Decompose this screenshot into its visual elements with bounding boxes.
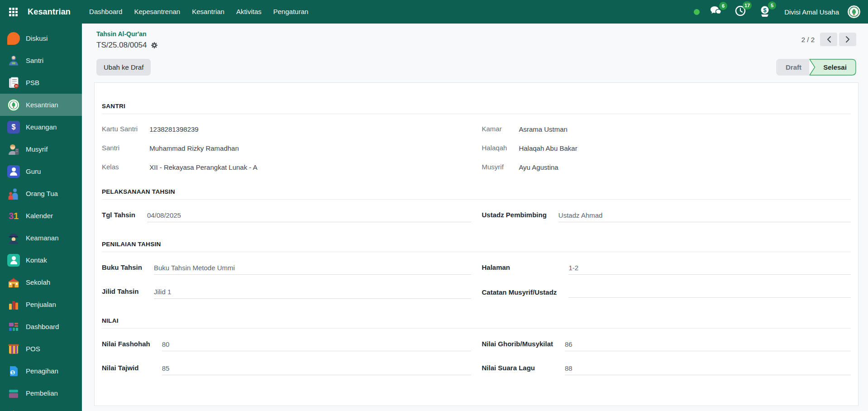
field-label-ustadz-pembimbing: Ustadz Pembimbing: [482, 210, 558, 234]
next-record-button[interactable]: [839, 33, 856, 46]
sidebar-item-diskusi[interactable]: Diskusi: [0, 27, 82, 49]
section-title: NILAI: [102, 317, 851, 329]
status-step-draft[interactable]: Draft: [776, 59, 809, 76]
top-navigation: Dashboard Kepesantrenan Kesantrian Aktiv…: [83, 0, 314, 24]
sidebar-item-psb[interactable]: PSB: [0, 72, 82, 94]
invoicing-icon: $: [7, 365, 20, 378]
buku-tahsin-input[interactable]: Buku Tahsin Metode Ummi: [154, 263, 471, 275]
field-label-kartu-santri: Kartu Santri: [102, 125, 149, 144]
sidebar-item-label: Penagihan: [26, 367, 58, 375]
sidebar-item-label: Pembelian: [26, 389, 58, 397]
sidebar-item-label: Orang Tua: [26, 190, 58, 197]
sidebar-item-penjualan[interactable]: Penjualan: [0, 293, 82, 315]
sidebar-item-label: Guru: [26, 167, 41, 175]
sidebar-item-keuangan[interactable]: Keuangan: [0, 116, 82, 138]
sidebar-item-keamanan[interactable]: Keamanan: [0, 227, 82, 249]
pager-value[interactable]: 2 / 2: [801, 36, 815, 43]
nilai-tajwid-input[interactable]: 85: [162, 363, 471, 375]
avatar[interactable]: [847, 5, 861, 19]
breadcrumb-parent-link[interactable]: Tahsin Al-Qur'an: [96, 30, 158, 38]
statusbar: Draft Selesai: [776, 59, 856, 76]
sidebar-item-label: Dashboard: [26, 323, 59, 330]
sidebar-item-label: Musyrif: [26, 145, 48, 153]
nilai-ghorib-musykilat-input[interactable]: 86: [565, 339, 851, 351]
kamar-value: Asrama Ustman: [519, 125, 851, 144]
money-icon: $: [759, 11, 771, 19]
apps-grid-icon[interactable]: [9, 8, 18, 16]
sidebar-item-label: Penjualan: [26, 301, 56, 308]
field-label-santri: Santri: [102, 144, 149, 163]
status-step-selesai[interactable]: Selesai: [809, 59, 856, 76]
gear-icon[interactable]: [151, 42, 158, 49]
halaqah-value: Halaqah Abu Bakar: [519, 144, 851, 163]
teacher-icon: [7, 165, 20, 178]
sidebar-item-label: Kalender: [26, 212, 53, 220]
musyrif-value: Ayu Agustina: [519, 163, 851, 182]
sidebar-item-label: PSB: [26, 79, 39, 86]
sidebar-item-kesantrian[interactable]: Kesantrian: [0, 94, 82, 116]
main-content: Tahsin Al-Qur'an TS/25.08/0054: [82, 24, 868, 411]
control-panel: Tahsin Al-Qur'an TS/25.08/0054: [82, 24, 868, 51]
field-label-buku-tahsin: Buku Tahsin: [102, 263, 154, 287]
previous-record-button[interactable]: [820, 33, 837, 46]
sidebar: Diskusi Santri PSB Kesantrian Keuangan: [0, 24, 82, 411]
halaman-input[interactable]: 1-2: [568, 263, 851, 275]
nilai-suara-lagu-input[interactable]: 88: [565, 363, 851, 375]
sidebar-item-kontak[interactable]: Kontak: [0, 249, 82, 271]
sidebar-item-santri[interactable]: Santri: [0, 49, 82, 72]
tgl-tahsin-input[interactable]: 04/08/2025: [147, 210, 471, 222]
clock-icon: [734, 10, 746, 18]
section-nilai: NILAI Nilai Fashohah 80 Nilai Tajwid 85: [102, 317, 851, 387]
chat-bubble-icon: [710, 10, 722, 18]
field-label-nilai-tajwid: Nilai Tajwid: [102, 363, 162, 387]
field-label-musyrif: Musyrif: [482, 163, 519, 182]
finance-badge: 5: [768, 1, 776, 10]
topnav-pengaturan[interactable]: Pengaturan: [267, 0, 315, 24]
calendar-icon: [7, 210, 20, 222]
sidebar-item-guru[interactable]: Guru: [0, 160, 82, 182]
topnav-dashboard[interactable]: Dashboard: [83, 0, 128, 24]
purchase-icon: [7, 387, 20, 400]
sidebar-item-penagihan[interactable]: $ Penagihan: [0, 360, 82, 382]
santri-value: Muhammad Rizky Ramadhan: [149, 144, 471, 163]
sidebar-item-musyrif[interactable]: Musyrif: [0, 138, 82, 160]
sales-icon: [7, 298, 20, 311]
field-label-nilai-ghorib: Nilai Ghorib/Musykilat: [482, 339, 565, 363]
ustadz-pembimbing-input[interactable]: Ustadz Ahmad: [558, 210, 851, 222]
sidebar-item-dashboard[interactable]: Dashboard: [0, 315, 82, 338]
sidebar-item-label: Kesantrian: [26, 101, 58, 109]
field-label-nilai-suara-lagu: Nilai Suara Lagu: [482, 363, 565, 387]
company-menu[interactable]: Divisi Amal Usaha: [784, 8, 839, 16]
pager: 2 / 2: [801, 30, 856, 46]
svg-text:$: $: [11, 370, 14, 375]
sidebar-item-stok-persediaan[interactable]: Stok Persediaan: [0, 404, 82, 411]
finance-tray-button[interactable]: $ 5: [756, 3, 773, 21]
sidebar-item-kalender[interactable]: Kalender: [0, 205, 82, 227]
sidebar-item-pos[interactable]: POS: [0, 338, 82, 360]
record-name: TS/25.08/0054: [96, 40, 147, 51]
app-title: Kesantrian: [28, 7, 71, 17]
form-sheet: SANTRI Kartu Santri 1238281398239 Santri…: [94, 82, 858, 406]
sidebar-item-pembelian[interactable]: Pembelian: [0, 382, 82, 404]
set-to-draft-button[interactable]: Ubah ke Draf: [96, 59, 151, 76]
sidebar-item-label: Diskusi: [26, 34, 48, 42]
catatan-musyrif-ustadz-input[interactable]: [568, 288, 851, 298]
security-icon: [7, 232, 20, 244]
sidebar-item-sekolah[interactable]: Sekolah: [0, 271, 82, 293]
pesantren-logo-icon: [7, 99, 20, 111]
messages-button[interactable]: 6: [707, 4, 725, 20]
activities-badge: 17: [743, 1, 752, 10]
topnav-aktivitas[interactable]: Aktivitas: [230, 0, 267, 24]
sidebar-item-orang-tua[interactable]: Orang Tua: [0, 182, 82, 205]
registration-document-icon: [7, 76, 20, 89]
section-title: PENILAIAN TAHSIN: [102, 241, 851, 252]
activities-button[interactable]: 17: [732, 3, 749, 20]
sidebar-item-label: POS: [26, 345, 40, 353]
topnav-kepesantrenan[interactable]: Kepesantrenan: [128, 0, 186, 24]
topnav-kesantrian[interactable]: Kesantrian: [186, 0, 230, 24]
kartu-santri-value: 1238281398239: [149, 125, 471, 144]
topbar: Kesantrian Dashboard Kepesantrenan Kesan…: [0, 0, 868, 24]
field-label-halaman: Halaman: [482, 263, 569, 288]
jilid-tahsin-input[interactable]: Jilid 1: [154, 287, 471, 299]
nilai-fashohah-input[interactable]: 80: [162, 339, 471, 351]
